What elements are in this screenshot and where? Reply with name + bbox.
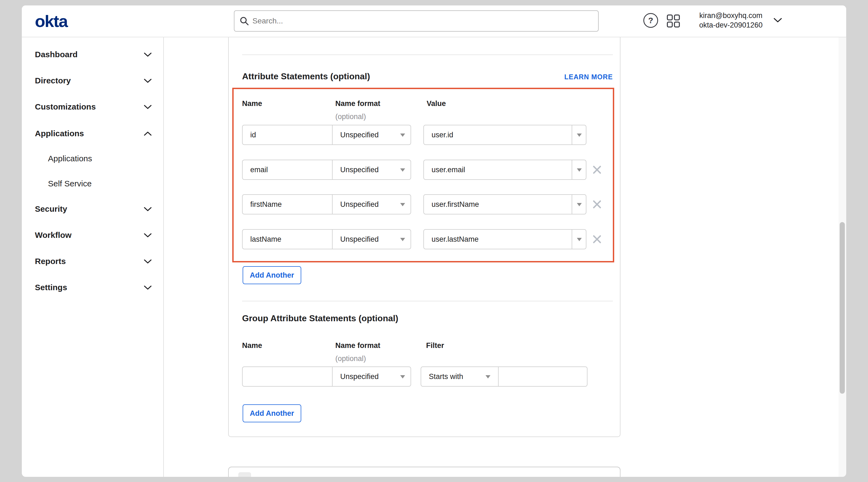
dropdown-arrow-icon [577,238,582,241]
chevron-down-icon [144,52,152,57]
sidebar-item-workflow[interactable]: Workflow [22,230,163,240]
sidebar-item-directory[interactable]: Directory [22,75,163,86]
chevron-down-icon [144,259,152,264]
dropdown-arrow-icon [400,238,405,241]
learn-more-link[interactable]: LEARN MORE [564,73,613,81]
scrollbar-track [839,37,846,477]
name-format-select[interactable]: Unspecified [333,125,411,144]
sidebar-item-reports[interactable]: Reports [22,256,163,267]
app-switcher-button[interactable] [667,14,680,28]
okta-logo[interactable]: okta [35,11,67,31]
section-divider [242,55,613,55]
dropdown-arrow-icon [577,203,582,206]
dropdown-arrow-icon [400,375,405,379]
section-thumbnail-placeholder [238,472,251,477]
section-divider [242,301,613,301]
remove-row-button[interactable] [592,234,602,244]
column-header-name-format: Name format [335,99,380,108]
column-header-name: Name [242,99,262,108]
attribute-value-combobox[interactable]: user.email [432,160,465,179]
help-button[interactable]: ? [643,13,658,28]
attribute-value-combobox[interactable]: user.lastName [432,230,479,249]
dropdown-arrow-icon [400,133,405,137]
global-search [234,10,599,32]
next-section-card [228,467,620,477]
chevron-down-icon [144,105,152,109]
remove-row-button[interactable] [592,199,602,209]
chevron-down-icon [144,78,152,83]
sidebar-item-self-service[interactable]: Self Service [22,178,163,189]
value-dropdown-button[interactable] [572,125,586,144]
filter-value-input[interactable] [499,367,587,386]
question-mark-icon: ? [648,16,653,25]
search-input[interactable] [234,10,599,32]
name-format-select[interactable]: Unspecified [333,230,411,249]
attribute-name-input[interactable] [243,230,332,249]
value-dropdown-button[interactable] [572,230,586,249]
dropdown-arrow-icon [400,203,405,206]
dropdown-arrow-icon [486,375,490,379]
column-header-name: Name [242,342,262,350]
chevron-down-icon [144,207,152,212]
column-note-optional: (optional) [335,113,366,121]
remove-row-button[interactable] [592,165,602,175]
sidebar-item-security[interactable]: Security [22,203,163,215]
attribute-value-combobox[interactable]: user.firstName [432,195,479,214]
chevron-down-icon [144,233,152,237]
column-note-optional: (optional) [335,354,366,363]
filter-type-select[interactable]: Starts with [421,367,498,386]
org-name: okta-dev-20901260 [692,21,770,30]
attribute-name-input[interactable] [243,125,332,144]
add-another-attribute-button[interactable]: Add Another [243,266,301,284]
sidebar-item-applications-sub[interactable]: Applications [22,153,163,164]
sidebar-item-settings[interactable]: Settings [22,282,163,293]
dropdown-arrow-icon [577,168,582,172]
user-account-menu[interactable]: kiran@boxyhq.com okta-dev-20901260 [692,11,770,30]
value-dropdown-button[interactable] [572,160,586,179]
column-header-value: Value [427,99,446,108]
attribute-name-input[interactable] [243,195,332,214]
group-attribute-statements-title: Group Attribute Statements (optional) [242,313,398,323]
sidebar-item-customizations[interactable]: Customizations [22,101,163,112]
column-header-filter: Filter [426,342,444,350]
search-icon [239,16,249,26]
value-dropdown-button[interactable] [572,195,586,214]
close-icon [592,234,602,244]
close-icon [592,199,602,209]
name-format-select[interactable]: Unspecified [333,367,411,386]
add-another-group-attribute-button[interactable]: Add Another [243,404,301,422]
app-window: okta ? kiran@boxyhq.com okta-dev-2090126… [22,5,846,477]
sidebar-item-dashboard[interactable]: Dashboard [22,49,163,60]
name-format-select[interactable]: Unspecified [333,160,411,179]
sidebar-item-applications[interactable]: Applications [22,128,163,139]
close-icon [592,165,602,175]
attribute-value-combobox[interactable]: user.id [432,125,453,144]
attribute-statements-title: Attribute Statements (optional) [242,71,370,82]
scrollbar-thumb[interactable] [840,222,845,394]
dropdown-arrow-icon [577,133,582,137]
name-format-select[interactable]: Unspecified [333,195,411,214]
sidebar-divider [163,37,164,477]
top-header: okta ? kiran@boxyhq.com okta-dev-2090126… [22,5,846,37]
attribute-name-input[interactable] [243,160,332,179]
page: { "header": { "logo_text": "okta", "sear… [0,0,868,482]
chevron-up-icon [144,131,152,136]
chevron-down-icon [144,285,152,290]
user-email: kiran@boxyhq.com [692,11,770,21]
chevron-down-icon [773,18,782,23]
group-name-input[interactable] [243,367,332,386]
column-header-name-format: Name format [335,342,380,350]
dropdown-arrow-icon [400,168,405,172]
grid-icon [667,14,680,28]
